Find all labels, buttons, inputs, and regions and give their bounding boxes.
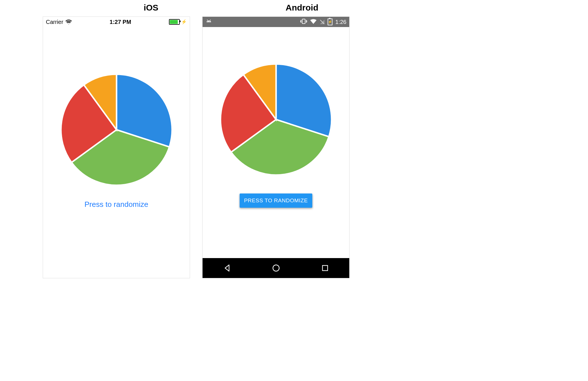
phone-ios: Carrier 1:27 PM ⚡ Press (43, 17, 190, 278)
android-status-bar: ⚡ 1:26 (203, 17, 349, 27)
android-clock: 1:26 (335, 19, 346, 25)
ios-clock: 1:27 PM (72, 19, 169, 25)
wifi-icon (66, 20, 72, 24)
svg-point-1 (209, 21, 210, 22)
randomize-button[interactable]: Press to randomize (43, 200, 190, 209)
svg-line-2 (207, 20, 208, 20)
phone-android: ⚡ 1:26 PRESS TO RANDOMIZE (202, 17, 350, 278)
randomize-button[interactable]: PRESS TO RANDOMIZE (240, 193, 313, 208)
svg-line-3 (210, 20, 211, 20)
svg-rect-4 (302, 19, 305, 24)
home-icon[interactable] (271, 263, 281, 273)
svg-point-0 (208, 21, 209, 22)
android-head-icon (205, 19, 212, 25)
charging-icon: ⚡ (181, 20, 187, 24)
back-icon[interactable] (223, 264, 231, 272)
pie-chart-android (219, 63, 333, 176)
ios-status-bar: Carrier 1:27 PM ⚡ (43, 17, 190, 26)
signal-icon (320, 19, 325, 24)
recents-icon[interactable] (321, 264, 329, 272)
svg-rect-11 (322, 265, 328, 271)
svg-point-10 (273, 265, 279, 271)
vibrate-icon (300, 18, 307, 26)
pie-chart-ios (60, 73, 173, 187)
battery-icon: ⚡ (328, 18, 332, 25)
battery-icon (169, 19, 180, 25)
android-nav-bar (203, 258, 349, 278)
heading-android: Android (209, 3, 395, 13)
carrier-label: Carrier (46, 19, 63, 25)
wifi-icon (310, 18, 317, 26)
